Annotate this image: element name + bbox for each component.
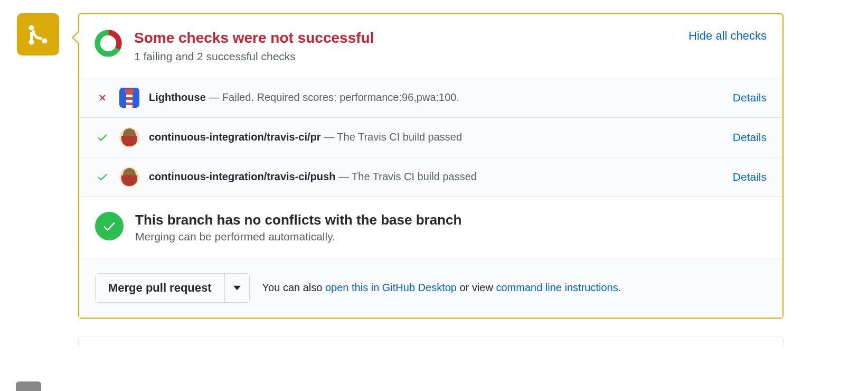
x-icon — [95, 92, 110, 103]
status-donut-icon — [94, 29, 122, 58]
merge-hint-text: You can also open this in GitHub Desktop… — [262, 282, 621, 294]
check-icon — [95, 132, 110, 143]
check-name: continuous-integration/travis-ci/push — [149, 171, 335, 182]
check-row: continuous-integration/travis-ci/push — … — [79, 157, 782, 197]
merge-pull-request-button[interactable]: Merge pull request — [95, 273, 225, 303]
success-check-icon — [95, 212, 124, 240]
check-name: continuous-integration/travis-ci/pr — [149, 131, 321, 143]
conflict-status-section: This branch has no conflicts with the ba… — [79, 197, 782, 258]
check-description: Lighthouse — Failed. Required scores: pe… — [149, 91, 723, 104]
check-description: continuous-integration/travis-ci/push — … — [149, 171, 723, 183]
check-description: continuous-integration/travis-ci/pr — Th… — [149, 131, 723, 143]
timeline-merge-badge — [17, 13, 59, 55]
next-comment-stub — [78, 337, 784, 346]
merge-action-row: Merge pull request You can also open thi… — [79, 258, 782, 318]
conflict-title: This branch has no conflicts with the ba… — [135, 212, 461, 228]
check-details-link[interactable]: Details — [733, 171, 767, 183]
checks-subtitle: 1 failing and 2 successful checks — [134, 50, 677, 63]
check-avatar — [119, 167, 139, 187]
toggle-checks-link[interactable]: Hide all checks — [688, 29, 767, 43]
merge-hint-mid: or view — [457, 282, 496, 293]
check-row: continuous-integration/travis-ci/pr — Th… — [79, 117, 782, 157]
check-row: Lighthouse — Failed. Required scores: pe… — [79, 78, 782, 117]
check-avatar — [119, 127, 139, 147]
merge-hint-prefix: You can also — [262, 282, 325, 293]
check-details-link[interactable]: Details — [733, 131, 767, 144]
merge-options-dropdown[interactable] — [225, 273, 250, 303]
check-avatar — [119, 88, 139, 108]
check-details-link[interactable]: Details — [733, 91, 767, 104]
merge-hint-suffix: . — [618, 282, 621, 293]
merge-button-group: Merge pull request — [95, 273, 250, 303]
merge-status-panel: Some checks were not successful 1 failin… — [78, 13, 784, 319]
check-icon — [95, 171, 110, 183]
checks-title: Some checks were not successful — [134, 29, 677, 47]
next-comment-avatar-stub — [16, 381, 41, 391]
check-name: Lighthouse — [149, 91, 206, 103]
checks-summary-header: Some checks were not successful 1 failin… — [79, 14, 782, 78]
open-desktop-link[interactable]: open this in GitHub Desktop — [325, 282, 457, 293]
caret-down-icon — [233, 285, 241, 291]
git-merge-icon — [27, 24, 49, 45]
cli-instructions-link[interactable]: command line instructions — [496, 282, 618, 293]
conflict-subtitle: Merging can be performed automatically. — [135, 230, 461, 243]
